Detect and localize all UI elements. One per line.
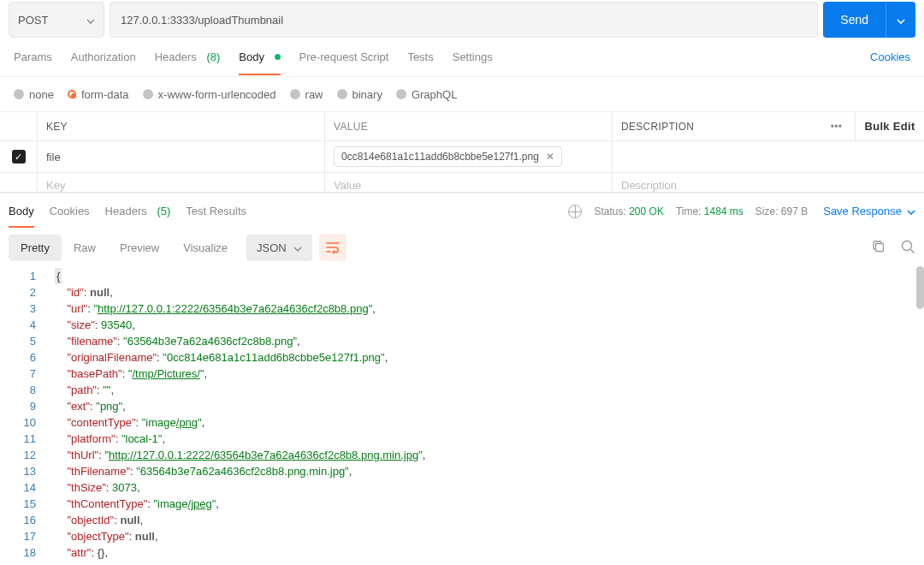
radio-icon (14, 89, 24, 99)
bulk-edit-button[interactable]: Bulk Edit (856, 112, 924, 140)
row-value[interactable]: 0cc814e681a1c11add6b8cbbe5e127f1.png ✕ (325, 141, 613, 172)
url-input[interactable] (110, 2, 818, 38)
new-key-input[interactable]: Key (38, 173, 325, 192)
more-options-button[interactable]: ••• (818, 112, 856, 140)
view-raw[interactable]: Raw (62, 235, 108, 261)
svg-rect-1 (876, 243, 884, 251)
size-text: Size: 697 B (755, 205, 808, 217)
body-type-urlencoded[interactable]: x-www-form-urlencoded (143, 88, 276, 101)
body-type-graphql[interactable]: GraphQL (396, 88, 457, 101)
globe-icon[interactable] (568, 205, 582, 218)
view-preview[interactable]: Preview (108, 235, 171, 261)
svg-point-2 (903, 241, 912, 250)
form-data-row[interactable]: ✓ file 0cc814e681a1c11add6b8cbbe5e127f1.… (0, 141, 924, 173)
status-text: Status: 200 OK (594, 205, 663, 217)
response-tab-test-results[interactable]: Test Results (186, 205, 246, 217)
method-label: POST (18, 14, 48, 27)
body-type-binary[interactable]: binary (337, 88, 382, 101)
new-desc-input[interactable]: Description (613, 173, 818, 192)
response-tab-headers[interactable]: Headers (5) (105, 205, 171, 217)
tab-tests[interactable]: Tests (407, 51, 433, 63)
row-description[interactable] (613, 141, 818, 172)
scrollbar-thumb[interactable] (916, 266, 924, 309)
body-type-raw[interactable]: raw (290, 88, 323, 101)
send-button[interactable]: Send (823, 2, 915, 38)
header-value: VALUE (325, 112, 613, 140)
tab-authorization[interactable]: Authorization (71, 51, 136, 63)
view-pretty[interactable]: Pretty (9, 235, 62, 261)
method-select[interactable]: POST (9, 2, 104, 38)
header-description: DESCRIPTION (613, 112, 818, 140)
header-key: KEY (38, 112, 325, 140)
radio-icon (337, 89, 347, 99)
form-data-header: KEY VALUE DESCRIPTION ••• Bulk Edit (0, 112, 924, 141)
response-tab-cookies[interactable]: Cookies (50, 205, 90, 217)
time-text: Time: 1484 ms (676, 205, 743, 217)
search-icon[interactable] (900, 239, 915, 257)
copy-icon[interactable] (871, 239, 885, 257)
response-tab-body[interactable]: Body (9, 205, 34, 217)
tab-pre-request[interactable]: Pre-request Script (299, 51, 389, 63)
chevron-down-icon (293, 241, 302, 254)
cookies-link[interactable]: Cookies (870, 51, 910, 63)
radio-icon (143, 89, 153, 99)
send-button-label: Send (823, 13, 886, 27)
close-icon[interactable]: ✕ (546, 151, 554, 163)
chevron-down-icon[interactable] (886, 13, 915, 27)
chevron-down-icon (86, 14, 95, 27)
tab-params[interactable]: Params (14, 51, 52, 63)
row-key[interactable]: file (38, 141, 325, 172)
view-mode-tabs: Pretty Raw Preview Visualize (9, 235, 240, 261)
modified-dot-icon (275, 54, 281, 60)
radio-icon (290, 89, 300, 99)
view-visualize[interactable]: Visualize (171, 235, 240, 261)
file-chip[interactable]: 0cc814e681a1c11add6b8cbbe5e127f1.png ✕ (334, 146, 562, 167)
save-response-button[interactable]: Save Response (823, 205, 915, 217)
tab-headers[interactable]: Headers (8) (155, 51, 221, 63)
response-body-code[interactable]: 12345678910111213141516171819 { "id": nu… (0, 266, 924, 565)
row-checkbox[interactable]: ✓ (12, 150, 26, 164)
tab-body[interactable]: Body (239, 51, 280, 63)
radio-selected-icon (68, 90, 76, 98)
form-data-table: KEY VALUE DESCRIPTION ••• Bulk Edit ✓ fi… (0, 111, 924, 193)
tab-settings[interactable]: Settings (453, 51, 493, 63)
body-type-none[interactable]: none (14, 88, 54, 101)
radio-icon (396, 89, 406, 99)
file-chip-name: 0cc814e681a1c11add6b8cbbe5e127f1.png (341, 151, 539, 163)
wrap-lines-button[interactable] (319, 234, 346, 261)
form-data-new-row[interactable]: Key Value Description (0, 173, 924, 192)
format-select[interactable]: JSON (246, 235, 312, 261)
new-value-input[interactable]: Value (325, 173, 613, 192)
chevron-down-icon (907, 205, 915, 217)
body-type-form-data[interactable]: form-data (68, 88, 129, 101)
